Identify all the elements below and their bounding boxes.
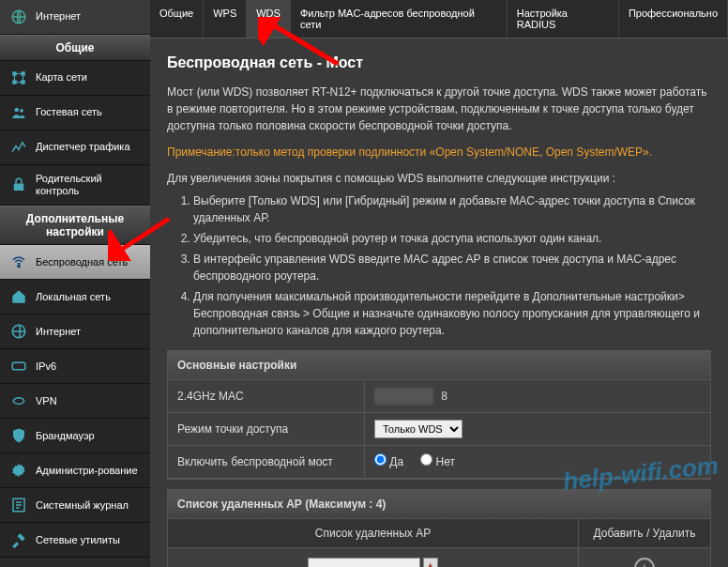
- intro-text: Мост (или WDS) позволяет RT-N12+ подключ…: [167, 84, 711, 134]
- sidebar-label: VPN: [36, 395, 57, 407]
- tab-wps[interactable]: WPS: [204, 0, 247, 38]
- sidebar-label: Диспетчер трафика: [36, 141, 130, 153]
- tab-general[interactable]: Общие: [150, 0, 204, 38]
- tools-icon: [9, 530, 28, 549]
- tab-wds[interactable]: WDS: [247, 0, 291, 38]
- add-ap-button[interactable]: +: [634, 558, 655, 567]
- sidebar-section-advanced: Дополнительные настройки: [0, 206, 150, 245]
- tab-professional[interactable]: Профессионально: [619, 0, 728, 38]
- basic-settings-header: Основные настройки: [168, 351, 710, 380]
- lock-icon: [9, 176, 28, 194]
- mac-value: 8: [365, 380, 710, 412]
- bridge-no-label[interactable]: Нет: [420, 453, 455, 470]
- sidebar-section-general: Общие: [0, 35, 150, 61]
- globe-icon: [9, 8, 28, 26]
- sidebar-label: Карта сети: [36, 71, 87, 84]
- sidebar-label: Брандмауэр: [36, 430, 95, 442]
- steps-list: Выберите [Только WDS] или [Гибридный] ре…: [167, 192, 711, 339]
- ap-col-action: Добавить / Удалить: [579, 519, 710, 547]
- vpn-icon: [9, 391, 28, 410]
- sidebar-label: Интернет: [36, 10, 81, 23]
- step-item: Для получения максимальной производитель…: [193, 288, 711, 339]
- svg-rect-4: [21, 80, 25, 84]
- dropdown-caret-icon[interactable]: ▲: [423, 558, 438, 567]
- wifi-icon: [9, 253, 28, 271]
- gear-icon: [9, 461, 28, 480]
- ipv6-icon: [9, 357, 28, 375]
- svg-rect-10: [12, 363, 25, 371]
- sidebar-item-guest[interactable]: Гостевая сеть: [0, 96, 150, 130]
- steps-heading: Для увеличения зоны покрытия с помощью W…: [167, 170, 711, 187]
- basic-settings-panel: Основные настройки 2.4GHz MAC 8 Режим то…: [167, 350, 711, 480]
- step-item: В интерфейс управления WDS введите MAC а…: [193, 251, 711, 284]
- globe-icon: [9, 322, 28, 341]
- mode-label: Режим точки доступа: [168, 413, 365, 445]
- users-icon: [9, 103, 28, 122]
- sidebar-label: Гостевая сеть: [36, 106, 102, 118]
- sidebar-label: Локальная сеть: [36, 291, 111, 303]
- ap-col-list: Список удаленных АР: [168, 519, 579, 547]
- bridge-label: Включить беспроводной мост: [168, 446, 365, 478]
- sidebar-item-nettools[interactable]: Сетевые утилиты: [0, 523, 150, 558]
- sidebar-label: Сетевые утилиты: [36, 534, 120, 546]
- step-item: Выберите [Только WDS] или [Гибридный] ре…: [193, 192, 711, 226]
- svg-point-8: [18, 266, 20, 268]
- svg-rect-7: [14, 184, 24, 192]
- sidebar-label: Системный журнал: [36, 499, 129, 512]
- tab-bar: Общие WPS WDS Фильтр MAC-адресов беспров…: [150, 0, 728, 38]
- log-icon: [9, 496, 28, 514]
- note-text: Примечание:только метод проверки подлинн…: [167, 144, 711, 161]
- svg-point-6: [20, 109, 23, 113]
- sidebar-label: Родительский контроль: [36, 173, 141, 197]
- svg-rect-1: [12, 71, 17, 76]
- sidebar-item-firewall[interactable]: Брандмауэр: [0, 419, 150, 453]
- sidebar-item-internet-top[interactable]: Интернет: [0, 0, 150, 35]
- ap-mode-select[interactable]: Только WDS: [374, 420, 463, 438]
- sidebar-label: Администри-рование: [36, 465, 138, 477]
- tab-radius[interactable]: Настройка RADIUS: [508, 0, 619, 38]
- svg-rect-2: [21, 71, 25, 76]
- sidebar-item-syslog[interactable]: Системный журнал: [0, 488, 150, 523]
- page-title: Беспроводная сеть - Мост: [167, 52, 711, 74]
- sidebar-item-ipv6[interactable]: IPv6: [0, 349, 150, 384]
- sidebar-item-admin[interactable]: Администри-рование: [0, 453, 150, 488]
- shield-icon: [9, 426, 28, 445]
- home-icon: [9, 287, 28, 306]
- sidebar-item-wireless[interactable]: Беспроводная сеть: [0, 245, 150, 280]
- tab-mac-filter[interactable]: Фильтр MAC-адресов беспроводной сети: [291, 0, 508, 38]
- ap-input[interactable]: [308, 558, 420, 567]
- bridge-no-radio[interactable]: [420, 453, 432, 466]
- sidebar-item-network-map[interactable]: Карта сети: [0, 61, 150, 96]
- svg-point-5: [15, 108, 20, 113]
- sidebar-item-vpn[interactable]: VPN: [0, 384, 150, 419]
- bridge-yes-radio[interactable]: [374, 453, 387, 466]
- map-icon: [9, 69, 28, 87]
- sidebar-label: IPv6: [36, 360, 56, 373]
- ap-list-panel: Список удаленных АР (Максимум : 4) Списо…: [167, 489, 711, 567]
- sidebar-item-internet[interactable]: Интернет: [0, 314, 150, 349]
- svg-rect-3: [12, 80, 17, 84]
- traffic-icon: [9, 138, 28, 157]
- ap-list-header: Список удаленных АР (Максимум : 4): [168, 490, 710, 519]
- sidebar-label: Беспроводная сеть: [36, 256, 128, 268]
- mac-label: 2.4GHz MAC: [168, 380, 365, 412]
- bridge-yes-label[interactable]: Да: [374, 453, 403, 470]
- sidebar-item-traffic[interactable]: Диспетчер трафика: [0, 130, 150, 165]
- step-item: Убедитесь, что беспроводной роутер и точ…: [193, 230, 711, 247]
- sidebar-item-lan[interactable]: Локальная сеть: [0, 280, 150, 314]
- sidebar-item-parental[interactable]: Родительский контроль: [0, 165, 150, 206]
- sidebar-label: Интернет: [36, 326, 81, 338]
